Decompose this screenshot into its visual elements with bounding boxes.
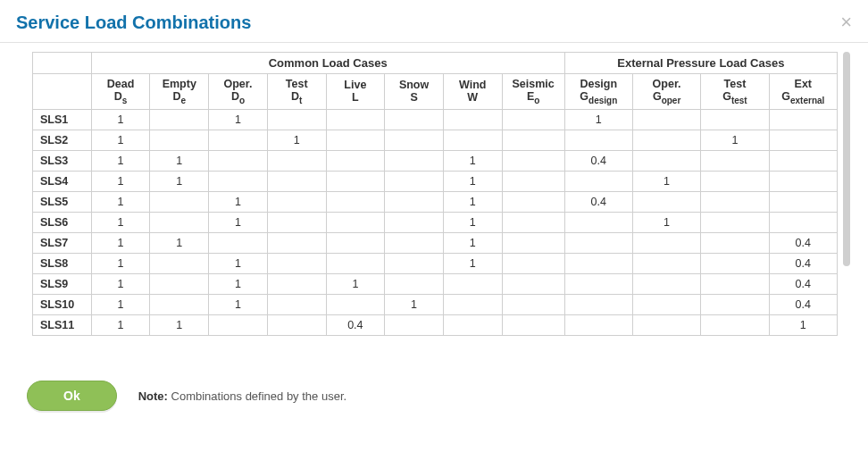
cell (502, 130, 564, 150)
cell (502, 150, 564, 171)
cell (150, 130, 209, 150)
cell (326, 150, 385, 171)
cell: 0.4 (326, 314, 385, 335)
cell (502, 109, 564, 130)
cell (502, 273, 564, 294)
cell (632, 294, 700, 314)
row-name: SLS6 (33, 212, 92, 232)
cell (326, 130, 385, 150)
note: Note: Combinations defined by the user. (138, 389, 346, 403)
cell: 1 (632, 171, 700, 191)
cell (267, 150, 326, 171)
table-row: SLS41111 (33, 171, 838, 191)
cell: 1 (150, 232, 209, 253)
cell (209, 150, 268, 171)
cell: 0.4 (769, 232, 837, 253)
column-header: DeadDs (91, 74, 150, 110)
cell: 1 (443, 150, 502, 171)
scrollbar-track[interactable] (843, 52, 852, 338)
cell: 1 (91, 212, 150, 232)
cell: 1 (91, 150, 150, 171)
cell: 1 (150, 171, 209, 191)
cell: 0.4 (769, 253, 837, 273)
cell: 1 (91, 171, 150, 191)
cell (150, 294, 209, 314)
table-row: SLS71110.4 (33, 232, 838, 253)
row-name: SLS1 (33, 109, 92, 130)
cell (150, 109, 209, 130)
cell: 1 (443, 171, 502, 191)
cell (326, 212, 385, 232)
cell (385, 212, 444, 232)
cell (769, 191, 837, 212)
cell (267, 232, 326, 253)
cell: 1 (209, 294, 268, 314)
cell (209, 130, 268, 150)
cell (564, 314, 632, 335)
cell (701, 314, 769, 335)
cell (443, 130, 502, 150)
cell (150, 273, 209, 294)
cell (385, 273, 444, 294)
cell (267, 171, 326, 191)
cell (502, 232, 564, 253)
cell (209, 232, 268, 253)
modal-title: Service Load Combinations (16, 13, 852, 33)
cell (701, 253, 769, 273)
cell (443, 294, 502, 314)
row-name: SLS4 (33, 171, 92, 191)
row-name: SLS9 (33, 273, 92, 294)
cell (769, 109, 837, 130)
row-name: SLS3 (33, 150, 92, 171)
cell (267, 191, 326, 212)
cell (632, 130, 700, 150)
cell (564, 130, 632, 150)
cell: 0.4 (564, 150, 632, 171)
cell (502, 253, 564, 273)
cell: 1 (91, 232, 150, 253)
cell: 0.4 (564, 191, 632, 212)
table-row: SLS101110.4 (33, 294, 838, 314)
cell (385, 109, 444, 130)
cell (701, 191, 769, 212)
row-name: SLS7 (33, 232, 92, 253)
cell (701, 273, 769, 294)
cell (267, 314, 326, 335)
cell (267, 212, 326, 232)
column-header: ExtGexternal (769, 74, 837, 110)
cell: 1 (267, 130, 326, 150)
cell: 1 (443, 212, 502, 232)
cell (267, 294, 326, 314)
cell (385, 150, 444, 171)
column-header: TestGtest (701, 74, 769, 110)
table-row: SLS31110.4 (33, 150, 838, 171)
column-header: Oper.Goper (632, 74, 700, 110)
service-load-combinations-modal: Service Load Combinations × Common Load … (0, 0, 868, 452)
cell (769, 171, 837, 191)
cell (632, 253, 700, 273)
table-row: SLS81110.4 (33, 253, 838, 273)
cell (150, 191, 209, 212)
cell (769, 150, 837, 171)
note-text: Combinations defined by the user. (171, 389, 347, 403)
cell: 1 (91, 130, 150, 150)
header-row-blank (33, 74, 92, 110)
cell (502, 314, 564, 335)
modal-footer: Ok Note: Combinations defined by the use… (16, 381, 852, 411)
cell (326, 171, 385, 191)
close-icon[interactable]: × (840, 13, 852, 32)
cell (385, 253, 444, 273)
cell (326, 253, 385, 273)
ok-button[interactable]: Ok (27, 381, 117, 411)
cell (632, 109, 700, 130)
cell: 0.4 (769, 294, 837, 314)
header-external-group: External Pressure Load Cases (564, 53, 837, 74)
cell (267, 273, 326, 294)
cell (632, 191, 700, 212)
cell: 1 (209, 253, 268, 273)
row-name: SLS2 (33, 130, 92, 150)
scrollbar-thumb[interactable] (843, 52, 850, 266)
cell: 1 (91, 191, 150, 212)
load-combinations-table: Common Load Cases External Pressure Load… (32, 52, 838, 336)
cell (443, 273, 502, 294)
